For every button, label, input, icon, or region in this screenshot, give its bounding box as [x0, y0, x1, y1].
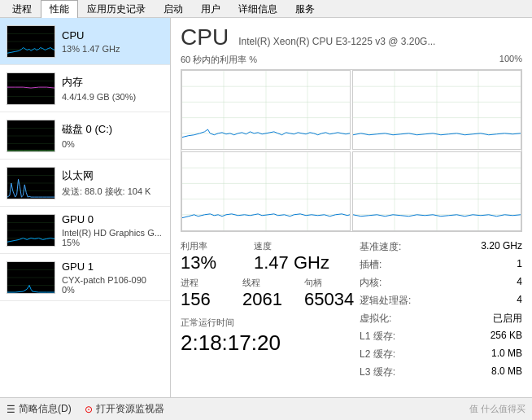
stat-row-l1: L1 缓存: 256 KB [360, 330, 522, 343]
speed-block: 速度 1.47 GHz [254, 240, 329, 273]
l3-val: 8.0 MB [491, 365, 522, 379]
chart-cell-2 [181, 151, 351, 231]
sidebar-memory-name: 内存 [62, 75, 164, 90]
cpu-detail-panel: CPU Intel(R) Xeon(R) CPU E3-1225 v3 @ 3.… [171, 18, 532, 397]
sidebar-cpu-value: 13% 1.47 GHz [62, 44, 164, 54]
logical-val: 4 [517, 294, 522, 308]
stat-row-base-speed: 基准速度: 3.20 GHz [360, 240, 522, 254]
summary-icon: ☰ [7, 404, 15, 415]
logical-key: 逻辑处理器: [360, 294, 425, 308]
stat-row-cores: 内核: 4 [360, 276, 522, 290]
base-speed-key: 基准速度: [360, 240, 425, 254]
summary-button[interactable]: ☰ 简略信息(D) [7, 402, 72, 416]
gpu1-mini-graph [7, 261, 55, 294]
chart-label-row: 60 秒内的利用率 % 100% [181, 54, 522, 68]
tab-apphistory[interactable]: 应用历史记录 [78, 0, 155, 18]
stat-row-l2: L2 缓存: 1.0 MB [360, 348, 522, 361]
handle-value: 65034 [304, 289, 354, 310]
virt-key: 虚拟化: [360, 312, 425, 326]
cores-key: 内核: [360, 276, 425, 290]
l3-key: L3 缓存: [360, 365, 425, 379]
gpu0-mini-graph [7, 214, 55, 247]
tab-details[interactable]: 详细信息 [229, 0, 286, 18]
sidebar-gpu1-info: GPU 1 CYX-patch P106-090 0% [62, 260, 164, 295]
uptime-value: 2:18:17:20 [181, 330, 360, 356]
thread-value: 2061 [242, 289, 291, 310]
sidebar-gpu1-name: GPU 1 [62, 260, 164, 273]
sidebar: CPU 13% 1.47 GHz 内存 4.4/14.9 GB (30%) [0, 18, 171, 397]
cpu-mini-graph [7, 25, 55, 58]
summary-label[interactable]: 简略信息(D) [19, 402, 72, 416]
sidebar-disk-value: 0% [62, 139, 164, 149]
sidebar-network-value: 发送: 88.0 接收: 104 K [62, 186, 164, 198]
process-value: 156 [181, 289, 229, 310]
cpu-charts-grid [181, 69, 522, 232]
sidebar-gpu0-value1: Intel(R) HD Graphics G... [62, 228, 164, 238]
tab-process[interactable]: 进程 [3, 0, 41, 18]
tab-startup[interactable]: 启动 [155, 0, 192, 18]
utilization-value: 13% [181, 252, 229, 273]
sidebar-network-info: 以太网 发送: 88.0 接收: 104 K [62, 168, 164, 198]
right-stats: 基准速度: 3.20 GHz 插槽: 1 内核: 4 逻辑处理器: 4 虚拟化: [360, 240, 522, 383]
l2-val: 1.0 MB [491, 348, 522, 361]
process-block: 进程 156 [181, 277, 229, 310]
main-layout: CPU 13% 1.47 GHz 内存 4.4/14.9 GB (30%) [0, 18, 532, 397]
sidebar-item-gpu1[interactable]: GPU 1 CYX-patch P106-090 0% [0, 254, 170, 301]
sidebar-item-gpu0[interactable]: GPU 0 Intel(R) HD Graphics G... 15% [0, 207, 170, 254]
disk-mini-graph [7, 120, 55, 152]
chart-cell-3 [352, 151, 521, 231]
resource-monitor-label[interactable]: 打开资源监视器 [96, 402, 164, 416]
handle-block: 句柄 65034 [304, 277, 354, 310]
sidebar-memory-value: 4.4/14.9 GB (30%) [62, 92, 164, 102]
sidebar-disk-name: 磁盘 0 (C:) [62, 122, 164, 137]
socket-val: 1 [517, 258, 522, 272]
virt-val: 已启用 [493, 312, 522, 326]
uptime-label: 正常运行时间 [181, 317, 360, 329]
resource-monitor-icon: ⊙ [85, 404, 93, 415]
sidebar-gpu0-info: GPU 0 Intel(R) HD Graphics G... 15% [62, 213, 164, 247]
stat-row-socket: 插槽: 1 [360, 258, 522, 272]
chart-cell-1 [352, 70, 521, 150]
speed-value: 1.47 GHz [254, 252, 329, 273]
sidebar-disk-info: 磁盘 0 (C:) 0% [62, 122, 164, 149]
sidebar-gpu1-value2: 0% [62, 285, 164, 295]
watermark: 值 什么值得买 [469, 403, 525, 415]
stat-row-logical: 逻辑处理器: 4 [360, 294, 522, 308]
stats-left: 利用率 13% 速度 1.47 GHz 进程 156 线程 [181, 240, 360, 383]
cores-val: 4 [517, 276, 522, 290]
sidebar-item-network[interactable]: 以太网 发送: 88.0 接收: 104 K [0, 160, 170, 207]
socket-key: 插槽: [360, 258, 425, 272]
l1-key: L1 缓存: [360, 330, 425, 343]
stat-row-virt: 虚拟化: 已启用 [360, 312, 522, 326]
resource-monitor-button[interactable]: ⊙ 打开资源监视器 [85, 402, 164, 416]
sidebar-memory-info: 内存 4.4/14.9 GB (30%) [62, 75, 164, 102]
sidebar-network-name: 以太网 [62, 168, 164, 183]
sidebar-gpu1-value1: CYX-patch P106-090 [62, 275, 164, 285]
chart-label: 60 秒内的利用率 % [181, 54, 257, 66]
speed-label: 速度 [254, 240, 329, 252]
sidebar-cpu-name: CPU [62, 29, 164, 42]
uptime-block: 正常运行时间 2:18:17:20 [181, 317, 360, 356]
bottom-bar: ☰ 简略信息(D) ⊙ 打开资源监视器 值 什么值得买 [0, 397, 532, 420]
handle-label: 句柄 [304, 277, 354, 289]
thread-block: 线程 2061 [242, 277, 291, 310]
sidebar-item-cpu[interactable]: CPU 13% 1.47 GHz [0, 18, 170, 65]
l1-val: 256 KB [491, 330, 522, 343]
utilization-label: 利用率 [181, 240, 229, 252]
network-mini-graph [7, 167, 55, 199]
tab-services[interactable]: 服务 [286, 0, 324, 18]
cpu-subtitle: Intel(R) Xeon(R) CPU E3-1225 v3 @ 3.20G.… [238, 36, 435, 47]
tab-performance[interactable]: 性能 [41, 0, 78, 18]
stat-row-l3: L3 缓存: 8.0 MB [360, 365, 522, 379]
process-label: 进程 [181, 277, 229, 289]
cpu-title: CPU [181, 24, 229, 50]
top-nav: 进程 性能 应用历史记录 启动 用户 详细信息 服务 [0, 0, 532, 18]
sidebar-item-memory[interactable]: 内存 4.4/14.9 GB (30%) [0, 65, 170, 112]
sidebar-gpu0-name: GPU 0 [62, 213, 164, 225]
sidebar-gpu0-value2: 15% [62, 238, 164, 247]
sidebar-item-disk[interactable]: 磁盘 0 (C:) 0% [0, 112, 170, 160]
chart-cell-0 [181, 70, 351, 150]
sidebar-cpu-info: CPU 13% 1.47 GHz [62, 29, 164, 54]
tab-users[interactable]: 用户 [192, 0, 229, 18]
thread-label: 线程 [242, 277, 291, 289]
